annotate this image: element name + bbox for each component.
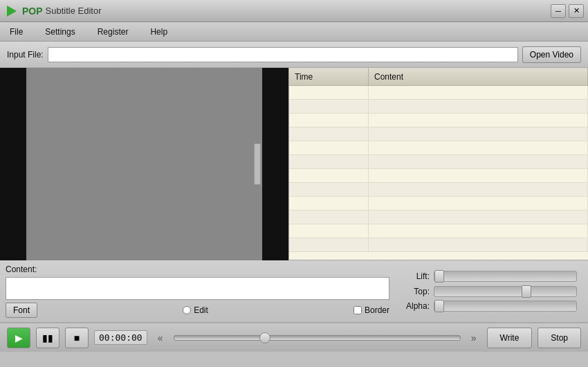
table-row[interactable] xyxy=(289,169,588,183)
lift-slider-thumb[interactable] xyxy=(434,270,444,283)
alpha-label: Alpha: xyxy=(401,301,430,311)
video-center xyxy=(26,68,262,260)
seekbar-track[interactable] xyxy=(174,335,461,341)
table-row[interactable] xyxy=(289,141,588,155)
video-right-black xyxy=(262,68,288,260)
top-slider-track[interactable] xyxy=(434,286,577,297)
table-row[interactable] xyxy=(289,211,588,224)
stop-transport-button[interactable]: ■ xyxy=(65,328,89,348)
content-bottom-row: Font Edit Border xyxy=(6,303,389,318)
table-row[interactable] xyxy=(289,86,588,100)
close-button[interactable]: ✕ xyxy=(569,4,584,18)
top-label: Top: xyxy=(401,287,430,296)
font-button[interactable]: Font xyxy=(6,303,37,318)
table-row[interactable] xyxy=(289,114,588,127)
seekbar-thumb[interactable] xyxy=(259,332,270,343)
app-title-pop: POP xyxy=(22,6,43,17)
app-logo-icon xyxy=(4,3,19,19)
col-time-header: Time xyxy=(289,68,369,85)
seek-fwd-button[interactable]: » xyxy=(466,330,481,346)
edit-row: Edit xyxy=(183,305,208,315)
subtitle-panel: Time Content xyxy=(289,68,588,260)
app-title-subtitle: Subtitle Editor xyxy=(46,6,102,16)
sliders-panel: Lift: Top: Alpha: xyxy=(395,265,582,318)
menu-settings[interactable]: Settings xyxy=(41,26,79,38)
titlebar-left: POP Subtitle Editor xyxy=(4,3,102,19)
table-row[interactable] xyxy=(289,183,588,197)
lift-label: Lift: xyxy=(401,271,430,281)
content-area: Content: Font Edit Border Lift: Top: xyxy=(0,260,588,323)
border-row: Border xyxy=(353,305,389,315)
video-scrollbar[interactable] xyxy=(254,143,261,185)
seek-back-button[interactable]: « xyxy=(153,330,168,346)
transport-bar: ▶ ▮▮ ■ 00:00:00 « » Write Stop xyxy=(0,323,588,352)
titlebar-controls: ─ ✕ xyxy=(551,4,584,18)
content-label-row: Content: xyxy=(6,265,389,274)
content-left: Content: Font Edit Border xyxy=(6,265,389,318)
write-button[interactable]: Write xyxy=(487,328,533,348)
stop-button[interactable]: Stop xyxy=(538,328,581,348)
timecode-display: 00:00:00 xyxy=(94,330,147,345)
table-row[interactable] xyxy=(289,100,588,114)
table-row[interactable] xyxy=(289,224,588,238)
alpha-slider-track[interactable] xyxy=(434,301,577,312)
video-panel xyxy=(0,68,289,260)
svg-marker-0 xyxy=(7,6,17,17)
edit-radio[interactable] xyxy=(183,306,191,314)
edit-label: Edit xyxy=(194,305,208,315)
seekbar-container[interactable] xyxy=(174,332,461,343)
top-slider-row: Top: xyxy=(401,284,577,299)
subtitle-rows[interactable] xyxy=(289,86,588,260)
table-row[interactable] xyxy=(289,197,588,211)
table-row[interactable] xyxy=(289,127,588,141)
table-row[interactable] xyxy=(289,155,588,169)
border-label: Border xyxy=(365,305,389,315)
lift-slider-row: Lift: xyxy=(401,269,577,284)
subtitle-table-header: Time Content xyxy=(289,68,588,86)
alpha-slider-row: Alpha: xyxy=(401,298,577,314)
menu-help[interactable]: Help xyxy=(146,26,172,38)
video-canvas xyxy=(0,68,288,260)
top-slider-thumb[interactable] xyxy=(522,285,531,298)
input-file-field[interactable] xyxy=(48,47,518,62)
col-content-header: Content xyxy=(369,68,588,85)
menu-register[interactable]: Register xyxy=(93,26,133,38)
alpha-slider-thumb[interactable] xyxy=(434,300,444,312)
lift-slider-track[interactable] xyxy=(434,271,577,282)
pause-button[interactable]: ▮▮ xyxy=(36,328,59,348)
content-textarea[interactable] xyxy=(6,277,389,300)
minimize-button[interactable]: ─ xyxy=(551,4,566,18)
main-area: Time Content xyxy=(0,68,588,260)
table-row[interactable] xyxy=(289,238,588,252)
border-checkbox[interactable] xyxy=(353,306,362,314)
input-file-row: Input File: Open Video xyxy=(0,42,588,68)
play-button[interactable]: ▶ xyxy=(7,328,30,348)
content-label: Content: xyxy=(6,265,37,274)
input-file-label: Input File: xyxy=(7,50,44,60)
menubar: File Settings Register Help xyxy=(0,22,588,42)
open-video-button[interactable]: Open Video xyxy=(522,46,581,63)
menu-file[interactable]: File xyxy=(6,26,27,38)
video-left-black xyxy=(0,68,26,260)
titlebar: POP Subtitle Editor ─ ✕ xyxy=(0,0,588,22)
